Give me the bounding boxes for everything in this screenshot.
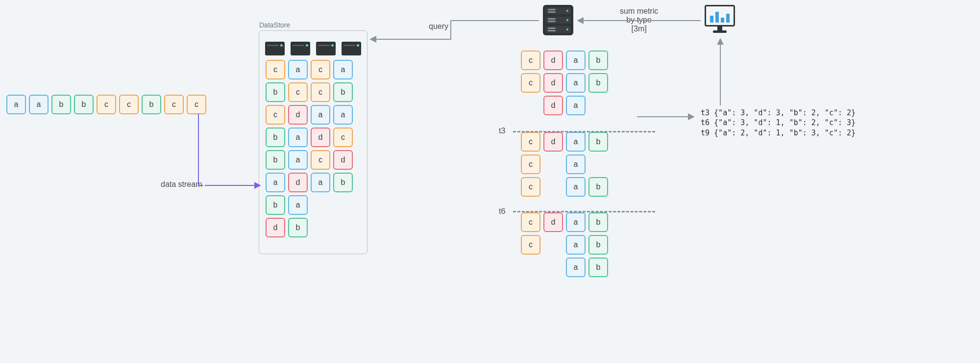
datastore-cell: a [333,60,353,79]
stream-cell: b [142,95,161,114]
server-cluster-icon [543,5,573,35]
window-cell: a [566,177,586,197]
stream-cell: c [164,95,184,114]
datastore-cell: a [288,150,308,170]
window-row: cdab [519,211,647,233]
window-cell: d [543,212,563,232]
datastore-cell: b [266,128,285,147]
window-row: ca [519,153,647,176]
window-row: cdab [519,72,647,94]
t6-label: t6 [499,207,505,216]
server-icon [291,42,310,55]
datastore-cell: c [311,82,330,102]
stream-cell: c [119,95,139,114]
datastore-row: db [264,216,362,239]
datastore-cell: a [288,128,308,147]
datastore-cell: a [311,105,330,125]
server-icon [342,42,361,55]
window-top: cdabcdabda [519,49,647,117]
datastore-row: caca [264,58,362,81]
window-cell: a [566,51,586,70]
window-cell: a [566,235,586,255]
datastore-row: ba [264,194,362,216]
monitor-icon [705,5,735,35]
datastore-cell: c [266,105,285,125]
datastore-servers [264,42,362,58]
window-bot: cdabcabab [519,211,647,279]
window-cell: b [588,132,608,152]
data-stream-label: data stream [161,180,202,189]
datastore-cell: c [311,150,330,170]
datastore-row: bacd [264,149,362,171]
stream-cell: b [74,95,94,114]
window-cell: c [521,235,540,255]
stream-cell: b [51,95,71,114]
datastore-cell: b [266,82,285,102]
window-row: ab [519,256,647,279]
window-cell: d [543,73,563,93]
window-cell: b [588,73,608,93]
window-cell: c [521,155,540,174]
window-cell: b [588,212,608,232]
datastore-cell: a [266,173,285,192]
datastore-cell: b [288,218,308,237]
datastore: DataStore cacabccbcdaabadcbacdadabbadb [259,30,368,254]
window-cell: c [521,177,540,197]
stream-cell: c [97,95,116,114]
query-results: t3 {"a": 3, "d": 3, "b": 2, "c": 2} t6 {… [701,108,856,138]
datastore-cell: c [266,60,285,79]
datastore-row: adab [264,171,362,194]
input-stream: aabbccbcc [5,93,208,116]
window-cell: a [566,73,586,93]
window-cell: a [566,258,586,277]
window-cell: d [543,51,563,70]
stream-cell: a [6,95,26,114]
datastore-cell: a [311,173,330,192]
window-row: cdab [519,49,647,72]
window-cell: d [543,96,563,115]
datastore-cell: a [288,195,308,215]
server-icon [265,42,285,55]
stream-cell: c [187,95,206,114]
datastore-cell: a [333,105,353,125]
datastore-cell: b [333,82,353,102]
datastore-cell: c [333,128,353,147]
connectors [0,0,980,363]
window-cell: b [588,235,608,255]
t3-divider [513,131,655,132]
window-cell: c [521,212,540,232]
datastore-cell: d [288,105,308,125]
datastore-rows: cacabccbcdaabadcbacdadabbadb [264,58,362,239]
t6-divider [513,211,655,212]
window-cell: b [588,51,608,70]
datastore-cell: a [288,60,308,79]
window-cell: b [588,258,608,277]
window-cell: c [521,132,540,152]
t3-label: t3 [499,127,505,135]
datastore-row: badc [264,126,362,149]
window-cell: d [543,132,563,152]
datastore-cell: d [288,173,308,192]
window-row: da [519,94,647,117]
datastore-cell: b [266,195,285,215]
datastore-cell: b [333,173,353,192]
query-label: query [429,22,448,31]
window-cell: c [521,51,540,70]
datastore-cell: d [311,128,330,147]
datastore-cell: c [288,82,308,102]
datastore-cell: b [266,150,285,170]
window-cell: a [566,212,586,232]
sum-metric-label: sum metric by type [3m] [620,7,658,33]
window-cell: a [566,96,586,115]
datastore-cell: d [266,218,285,237]
server-icon [316,42,336,55]
window-cell: a [566,155,586,174]
datastore-row: cdaa [264,104,362,126]
window-cell: c [521,73,540,93]
stream-cell: a [29,95,49,114]
datastore-cell: d [333,150,353,170]
window-cell: a [566,132,586,152]
window-row: cab [519,176,647,198]
window-cell: b [588,177,608,197]
window-row: cab [519,233,647,256]
